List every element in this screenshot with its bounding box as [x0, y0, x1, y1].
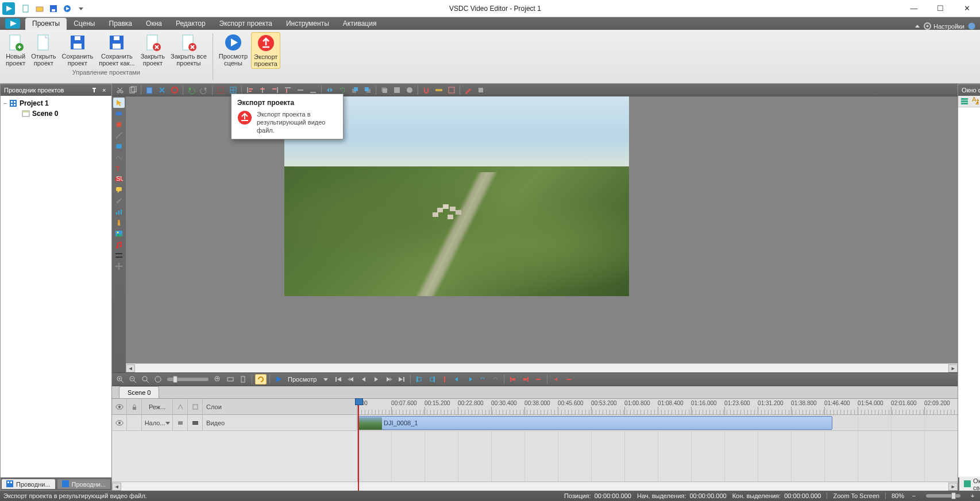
- image-tool-icon[interactable]: [113, 228, 125, 239]
- new-project-button[interactable]: Новый проект: [3, 32, 28, 68]
- help-button[interactable]: [968, 22, 975, 30]
- zoom-out-icon[interactable]: [127, 374, 138, 385]
- step-fwd-icon[interactable]: [383, 374, 395, 385]
- zoom-max-icon[interactable]: +: [212, 374, 223, 385]
- open-project-button[interactable]: Открыть проект: [29, 32, 58, 68]
- timeline-hscrollbar[interactable]: ◄ ►: [112, 481, 958, 491]
- unlink-icon[interactable]: [489, 374, 501, 385]
- grid-icon[interactable]: [446, 85, 457, 95]
- send-back-icon[interactable]: [362, 85, 373, 95]
- minus-small-icon[interactable]: [563, 374, 574, 385]
- zoom-slider[interactable]: [167, 378, 209, 381]
- zoom-reset-icon[interactable]: [152, 374, 164, 385]
- status-zoom-mode[interactable]: Zoom To Screen: [833, 492, 879, 499]
- ribbon-tab-5[interactable]: Экспорт проекта: [213, 18, 279, 30]
- close-all-projects-button[interactable]: Закрыть все проекты: [168, 32, 209, 68]
- col-lock-icon[interactable]: [127, 399, 142, 414]
- audio-tool-icon[interactable]: [113, 239, 125, 250]
- panel-tab-props[interactable]: Окно сво...: [959, 476, 980, 492]
- project-tree[interactable]: − Project 1 Scene 0: [1, 96, 111, 477]
- play-icon[interactable]: [273, 374, 284, 385]
- export-project-button[interactable]: Экспорт проекта: [251, 32, 280, 69]
- loop-icon[interactable]: [255, 374, 267, 385]
- close-project-button[interactable]: Закрыть проект: [138, 32, 167, 68]
- misc-icon-3[interactable]: [475, 85, 487, 95]
- shift-right-icon[interactable]: [464, 374, 476, 385]
- preview-scene-button[interactable]: Просмотр сцены: [217, 32, 250, 69]
- close-button[interactable]: ✕: [954, 0, 980, 17]
- save-project-button[interactable]: Сохранить проект: [60, 32, 96, 68]
- timeline-ruler[interactable]: 00000:07.60000:15.20000:22.80000:30.4000…: [358, 399, 958, 414]
- text-tool-icon[interactable]: T: [113, 163, 125, 173]
- qat-new-icon[interactable]: [21, 3, 31, 14]
- pen-icon[interactable]: [462, 85, 474, 95]
- track-lock-icon[interactable]: [127, 415, 142, 430]
- scroll-left-icon[interactable]: ◄: [126, 364, 135, 372]
- ribbon-tab-1[interactable]: Сцены: [67, 18, 102, 30]
- track-name[interactable]: Видео: [203, 415, 357, 430]
- panel-tab-explorer-1[interactable]: Проводни...: [2, 479, 55, 489]
- goto-end-icon[interactable]: [396, 374, 407, 385]
- tooltip-tool-icon[interactable]: [113, 185, 125, 195]
- misc-icon-1[interactable]: [391, 85, 403, 95]
- col-fx-icon[interactable]: [173, 399, 188, 414]
- settings-button[interactable]: Настройки: [924, 22, 964, 30]
- maximize-button[interactable]: ☐: [927, 0, 954, 17]
- arrow-left-small-icon[interactable]: [550, 374, 562, 385]
- qat-save-icon[interactable]: [48, 3, 59, 14]
- track-visible-icon[interactable]: [112, 415, 127, 430]
- dropdown-icon[interactable]: [320, 374, 331, 385]
- video-clip[interactable]: DJI_0008_1: [358, 416, 832, 430]
- zoom-in-icon[interactable]: [114, 374, 126, 385]
- split-icon[interactable]: [439, 374, 450, 385]
- square-tool-icon[interactable]: [113, 119, 125, 130]
- ellipse-tool-icon[interactable]: [113, 141, 125, 152]
- ribbon-tab-3[interactable]: Окна: [139, 18, 169, 30]
- marker-in-icon[interactable]: [414, 374, 425, 385]
- delete-icon[interactable]: [156, 85, 168, 95]
- redo-icon[interactable]: [198, 85, 210, 95]
- track-fx-icon[interactable]: [173, 415, 188, 430]
- scene-tab[interactable]: Scene 0: [119, 386, 159, 398]
- qat-open-icon[interactable]: [34, 3, 45, 14]
- ribbon-tab-6[interactable]: Инструменты: [279, 18, 336, 30]
- zoom-fit-icon[interactable]: [140, 374, 151, 385]
- marquee-icon[interactable]: [215, 85, 226, 95]
- col-layers[interactable]: Слои: [203, 399, 357, 414]
- circle-icon[interactable]: [169, 85, 180, 95]
- trim-in-icon[interactable]: [507, 374, 519, 385]
- panel-close-icon[interactable]: ×: [100, 86, 108, 94]
- fit-height-icon[interactable]: [237, 374, 249, 385]
- paste-icon[interactable]: [144, 85, 155, 95]
- ruler-icon[interactable]: [433, 85, 445, 95]
- bring-front-icon[interactable]: [349, 85, 361, 95]
- undo-icon[interactable]: [186, 85, 197, 95]
- col-visibility-icon[interactable]: [112, 399, 127, 414]
- free-shape-icon[interactable]: [113, 152, 125, 162]
- ribbon-tab-0[interactable]: Проекты: [25, 18, 67, 30]
- ribbon-tab-7[interactable]: Активация: [336, 18, 384, 30]
- col-mode[interactable]: Реж...: [142, 399, 173, 414]
- shift-left-icon[interactable]: [452, 374, 463, 385]
- rect-tool-icon[interactable]: [113, 108, 125, 119]
- person-tool-icon[interactable]: [113, 218, 125, 228]
- track-area[interactable]: DJI_0008_1: [358, 415, 958, 430]
- link-icon[interactable]: [477, 374, 488, 385]
- fit-width-icon[interactable]: [225, 374, 236, 385]
- scroll-right-icon[interactable]: ►: [948, 483, 958, 491]
- status-zoom-slider[interactable]: [926, 494, 960, 498]
- layer-dup-icon[interactable]: [379, 85, 390, 95]
- ribbon-tab-2[interactable]: Правка: [102, 18, 140, 30]
- app-menu-button[interactable]: [2, 17, 23, 30]
- misc-icon-2[interactable]: [404, 85, 415, 95]
- video-tool-icon[interactable]: [113, 250, 125, 261]
- minimize-button[interactable]: —: [901, 0, 927, 17]
- copy-icon[interactable]: [127, 85, 138, 95]
- chart-tool-icon[interactable]: [113, 207, 125, 217]
- remove-icon[interactable]: [533, 374, 544, 385]
- goto-start-icon[interactable]: [333, 374, 344, 385]
- tree-node-project[interactable]: − Project 1: [2, 98, 110, 108]
- subtitle-tool-icon[interactable]: SUB: [113, 174, 125, 184]
- expand-icon[interactable]: −: [2, 100, 9, 107]
- track-mode[interactable]: Нало...: [142, 415, 173, 430]
